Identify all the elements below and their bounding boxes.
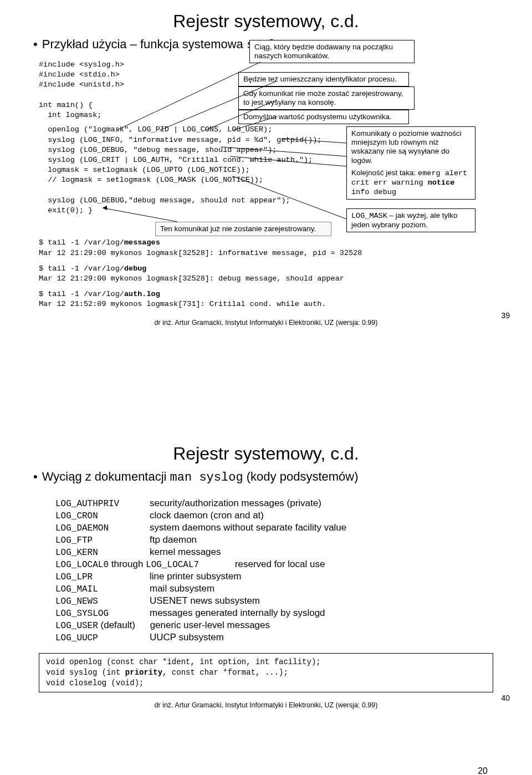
bullet-dot: • (33, 37, 38, 51)
fac-desc: security/authorization messages (private… (150, 498, 321, 508)
callout-user: Domyślna wartość podsystemu użytkownika. (238, 110, 409, 124)
user-desc: generic user-level messages (150, 620, 270, 630)
facility-row: LOG_LPRline printer subsystem (55, 571, 510, 582)
fac-desc: mail subsystem (150, 583, 214, 594)
callout-notreg: Ten komunikat już nie zostanie zarejestr… (155, 222, 331, 236)
callout-priority-a: Komunikaty o poziomie ważności mniejszym… (351, 129, 470, 165)
callout-ident: Będzie też umieszczany identyfikator pro… (238, 72, 409, 86)
facility-row: LOG_DAEMONsystem daemons without separat… (55, 522, 510, 533)
code-tail-debug: $ tail -1 /var/log/debug Mar 12 21:29:00… (39, 264, 510, 284)
bullet-text: Przykład użycia – funkcja systemowa (42, 37, 243, 51)
facility-row-local: LOG_LOCAL0 through LOG_LOCAL7 reserved f… (55, 559, 510, 570)
slide2-bullet: •Wyciąg z dokumentacji man syslog (kody … (33, 470, 510, 485)
local-mid: through (109, 559, 146, 569)
local-desc: reserved for local use (235, 559, 325, 569)
callout-cons: Gdy komunikat nie może zostać zarejestro… (238, 86, 415, 110)
fac-desc: clock daemon (cron and at) (150, 510, 264, 521)
bullet-suffix: (kody podsystemów) (247, 470, 359, 483)
code-tail-messages: $ tail -1 /var/log/messages Mar 12 21:29… (39, 238, 510, 258)
user-mid: (default) (98, 620, 135, 630)
slide2-footer: dr inż. Artur Gramacki, Instytut Informa… (22, 701, 510, 709)
callout-priority: Komunikaty o poziomie ważności mniejszym… (346, 126, 475, 200)
fac-desc: messages generated internally by syslogd (150, 608, 325, 618)
fac-desc: USENET news subsystem (150, 595, 260, 606)
code-tail-auth: $ tail -1 /var/log/auth.log Mar 12 21:52… (39, 289, 510, 309)
facility-row: LOG_SYSLOGmessages generated internally … (55, 608, 510, 619)
slide2-title: Rejestr systemowy, c.d. (22, 443, 510, 464)
callout-mask: LOG_MASK – jak wyżej, ale tylko jeden wy… (346, 208, 475, 232)
slide-1: Rejestr systemowy, c.d. •Przykład użycia… (0, 0, 532, 366)
callout-top: Ciąg, który będzie dodawany na początku … (249, 40, 415, 63)
facility-row: LOG_KERNkernel messages (55, 547, 510, 558)
footer-text: dr inż. Artur Gramacki, Instytut Informa… (155, 701, 378, 709)
bullet-text: Wyciąg z dokumentacji (42, 470, 167, 483)
facility-row: LOG_FTPftp daemon (55, 534, 510, 545)
fac-desc: kernel messages (150, 547, 221, 557)
callout-mask-a: LOG_MASK (351, 212, 387, 220)
uucp-desc: UUCP subsystem (150, 632, 224, 643)
callout-priority-b: Kolejność jest taka: emerg alert crit er… (351, 169, 470, 197)
facility-list: LOG_AUTHPRIVsecurity/authorization messa… (55, 498, 510, 643)
facility-row-user: LOG_USER (default) generic user-level me… (55, 620, 510, 631)
fac-desc: ftp daemon (150, 534, 197, 545)
proto-box: void openlog (const char *ident, int opt… (39, 653, 493, 692)
slide1-pagenum: 39 (501, 311, 510, 320)
callout-priority-b1: Kolejność jest taka: (351, 169, 416, 177)
fac-desc: line printer subsystem (150, 571, 241, 582)
facility-row: LOG_MAILmail subsystem (55, 583, 510, 594)
bullet-dot: • (33, 470, 38, 483)
facility-row-uucp: LOG_UUCPUUCP subsystem (55, 632, 510, 643)
slide1-footer: dr inż. Artur Gramacki, Instytut Informa… (22, 319, 510, 327)
facility-row: LOG_NEWSUSENET news subsystem (55, 595, 510, 606)
slide2-pagenum: 40 (501, 694, 510, 702)
subpage-number: 20 (0, 766, 488, 775)
footer-text: dr inż. Artur Gramacki, Instytut Informa… (155, 319, 378, 327)
slide-2: Rejestr systemowy, c.d. •Wyciąg z dokume… (0, 432, 532, 765)
facility-row: LOG_AUTHPRIVsecurity/authorization messa… (55, 498, 510, 509)
fac-desc: system daemons without separate facility… (150, 522, 346, 533)
bullet-code: man syslog (170, 471, 243, 485)
facility-row: LOG_CRONclock daemon (cron and at) (55, 510, 510, 521)
slide1-title: Rejestr systemowy, c.d. (22, 11, 510, 32)
